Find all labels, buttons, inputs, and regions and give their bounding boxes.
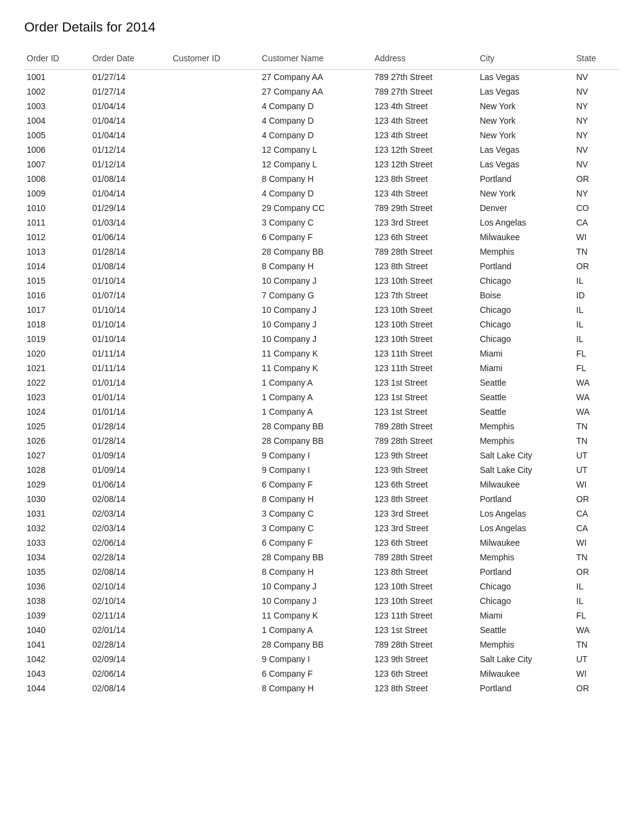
table-cell-order-id: 1002 [24,84,90,99]
table-cell-order-id: 1031 [24,506,90,521]
table-cell-order-date: 02/03/14 [90,521,170,535]
table-header-row: Order IDOrder DateCustomer IDCustomer Na… [24,50,620,70]
table-cell-city: Memphis [477,244,574,259]
table-cell-order-id: 1023 [24,390,90,404]
table-row: 100701/12/1412 Company L123 12th StreetL… [24,157,620,172]
table-cell-order-date: 01/28/14 [90,434,170,448]
table-row: 101001/29/1429 Company CC789 29th Street… [24,201,620,215]
table-cell-customer-name: 4 Company D [260,99,372,113]
table-cell-order-date: 01/04/14 [90,128,170,143]
table-cell-state: NY [574,128,620,143]
table-cell-address: 123 10th Street [372,273,477,288]
table-cell-order-date: 01/10/14 [90,273,170,288]
table-cell-address: 123 4th Street [372,99,477,113]
table-cell-customer-id [170,375,260,390]
table-cell-address: 123 12th Street [372,143,477,157]
table-cell-order-id: 1038 [24,594,90,608]
table-cell-order-date: 01/04/14 [90,113,170,128]
table-cell-customer-name: 10 Company J [260,273,372,288]
table-cell-state: WA [574,623,620,637]
table-cell-address: 123 10th Street [372,303,477,317]
table-cell-address: 123 4th Street [372,186,477,201]
table-cell-city: Seattle [477,623,574,637]
table-cell-customer-id [170,230,260,244]
table-cell-city: Portland [477,681,574,696]
table-cell-order-date: 01/01/14 [90,375,170,390]
table-cell-order-date: 01/10/14 [90,332,170,346]
table-cell-order-date: 02/10/14 [90,594,170,608]
table-cell-order-date: 01/03/14 [90,215,170,230]
table-cell-address: 789 28th Street [372,637,477,652]
column-header-order-date: Order Date [90,50,170,70]
table-cell-customer-id [170,477,260,492]
table-cell-customer-name: 6 Company F [260,477,372,492]
table-cell-customer-name: 7 Company G [260,288,372,303]
table-cell-state: WI [574,230,620,244]
table-cell-city: Boise [477,288,574,303]
table-row: 101701/10/1410 Company J123 10th StreetC… [24,303,620,317]
table-cell-state: IL [574,303,620,317]
table-cell-order-id: 1030 [24,492,90,506]
table-cell-customer-id [170,404,260,419]
table-row: 102101/11/1411 Company K123 11th StreetM… [24,361,620,375]
table-cell-city: Salt Lake City [477,448,574,463]
table-cell-order-id: 1013 [24,244,90,259]
table-cell-city: Portland [477,492,574,506]
table-cell-customer-id [170,565,260,579]
table-cell-city: New York [477,128,574,143]
table-cell-state: UT [574,652,620,666]
table-cell-address: 123 10th Street [372,579,477,594]
table-cell-customer-id [170,172,260,186]
table-cell-customer-name: 9 Company I [260,652,372,666]
table-row: 103002/08/148 Company H123 8th StreetPor… [24,492,620,506]
table-cell-order-id: 1043 [24,666,90,681]
table-row: 102801/09/149 Company I123 9th StreetSal… [24,463,620,477]
table-cell-customer-id [170,99,260,113]
table-cell-order-id: 1026 [24,434,90,448]
table-cell-order-date: 02/08/14 [90,565,170,579]
table-cell-address: 789 27th Street [372,70,477,85]
table-cell-address: 123 10th Street [372,332,477,346]
table-cell-state: NV [574,70,620,85]
table-cell-address: 123 1st Street [372,404,477,419]
table-cell-address: 789 28th Street [372,244,477,259]
table-cell-state: FL [574,346,620,361]
table-cell-state: WA [574,404,620,419]
table-cell-state: IL [574,332,620,346]
table-cell-customer-id [170,128,260,143]
table-cell-city: New York [477,186,574,201]
table-cell-order-date: 02/06/14 [90,666,170,681]
table-cell-city: Seattle [477,390,574,404]
table-cell-customer-id [170,637,260,652]
table-cell-order-id: 1015 [24,273,90,288]
table-cell-state: CA [574,521,620,535]
table-row: 103102/03/143 Company C123 3rd StreetLos… [24,506,620,521]
table-body: 100101/27/1427 Company AA789 27th Street… [24,70,620,696]
table-cell-customer-name: 8 Company H [260,492,372,506]
table-cell-customer-name: 28 Company BB [260,550,372,565]
column-header-customer-id: Customer ID [170,50,260,70]
table-cell-order-id: 1036 [24,579,90,594]
column-header-address: Address [372,50,477,70]
table-cell-address: 123 8th Street [372,259,477,273]
table-cell-order-id: 1044 [24,681,90,696]
table-cell-customer-id [170,535,260,550]
table-cell-order-id: 1017 [24,303,90,317]
table-cell-address: 123 8th Street [372,681,477,696]
table-cell-state: NV [574,157,620,172]
table-cell-order-id: 1004 [24,113,90,128]
table-cell-address: 123 3rd Street [372,506,477,521]
table-row: 101901/10/1410 Company J123 10th StreetC… [24,332,620,346]
table-cell-customer-name: 9 Company I [260,448,372,463]
table-cell-state: OR [574,172,620,186]
table-cell-customer-name: 28 Company BB [260,434,372,448]
table-cell-state: IL [574,273,620,288]
table-cell-state: TN [574,419,620,434]
table-cell-address: 123 6th Street [372,230,477,244]
table-cell-city: Memphis [477,419,574,434]
table-cell-customer-name: 10 Company J [260,317,372,332]
table-cell-order-date: 01/09/14 [90,448,170,463]
table-cell-address: 123 3rd Street [372,215,477,230]
table-cell-customer-id [170,550,260,565]
table-cell-customer-name: 3 Company C [260,521,372,535]
